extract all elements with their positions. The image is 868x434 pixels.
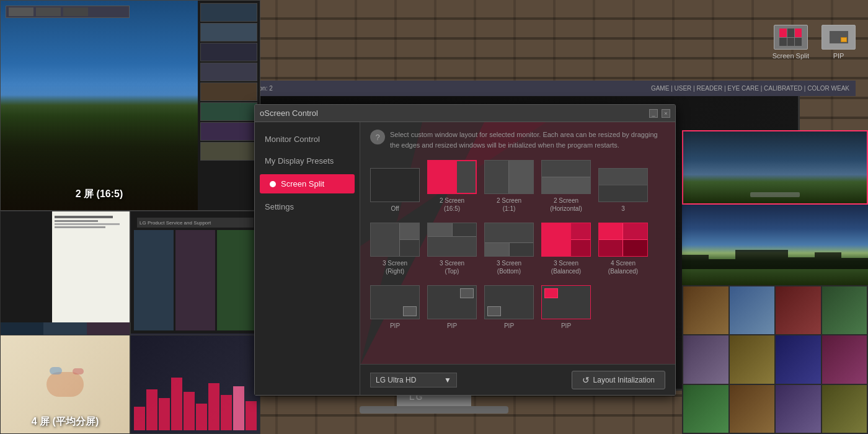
preset-grid: Off 2 Screen(16:5) — [370, 160, 665, 330]
preset-label-pip-4: PIP — [561, 322, 571, 330]
bottom-right — [130, 335, 260, 434]
preset-thumb-2screen-horizontal[interactable] — [541, 160, 591, 194]
preset-label-3screen-top: 3 Screen(Top) — [440, 259, 464, 275]
dialog-main-content: ? Select custom window layout for select… — [360, 122, 675, 395]
screen-split-label: Screen Split — [773, 52, 809, 60]
preset-pip-1[interactable]: PIP — [370, 285, 420, 330]
photo-thumb — [776, 335, 821, 383]
preset-2screen-1-1[interactable]: 2 Screen(1:1) — [484, 160, 534, 213]
preset-label-3screen-bottom: 3 Screen(Bottom) — [497, 259, 521, 275]
preset-3screen-right[interactable]: 3 Screen(Right) — [370, 223, 420, 275]
preset-label-2screen-horizontal: 2 Screen(Horizontal) — [550, 197, 582, 213]
photo-thumb — [776, 286, 821, 334]
preset-thumb-2screen-16-5[interactable] — [427, 160, 477, 194]
screen-split-widget[interactable]: Screen Split — [773, 25, 809, 60]
monitor-stand-base — [360, 406, 508, 414]
right-photos-grid — [682, 285, 868, 434]
photo-thumb — [822, 335, 867, 383]
sidebar-settings[interactable]: Settings — [255, 196, 360, 218]
photo-thumb — [822, 286, 867, 334]
preset-label-next: 3 — [621, 205, 625, 213]
preset-4screen-balanced[interactable]: 4 Screen(Balanced) — [598, 223, 648, 275]
info-header: ? Select custom window layout for select… — [370, 130, 665, 150]
preset-thumb-4screen-balanced[interactable] — [598, 223, 648, 257]
preset-thumb-pip-4[interactable] — [541, 285, 591, 319]
minimize-button[interactable]: _ — [649, 109, 658, 118]
screenshot-label-bot: 4 屏 (平均分屏) — [1, 415, 130, 428]
dialog-window: oScreen Control _ × Monitor Control My D… — [254, 104, 676, 396]
preset-3screen-balanced[interactable]: 3 Screen(Balanced) — [541, 223, 591, 275]
photo-thumb — [776, 385, 821, 433]
pip-widget[interactable]: PIP — [822, 25, 856, 60]
pip-icon-box[interactable] — [822, 25, 856, 50]
screenshot-top-bridge: 2 屏 (16:5) — [0, 0, 260, 211]
top-icons-area: Screen Split PIP — [773, 25, 856, 60]
monitor-dropdown[interactable]: LG Ultra HD ▼ — [370, 373, 457, 388]
screenshot-label-top: 2 屏 (16:5) — [1, 188, 198, 201]
preset-row-1: Off 2 Screen(16:5) — [370, 160, 665, 213]
preset-thumb-3screen-balanced[interactable] — [541, 223, 591, 257]
right-city-image — [682, 205, 868, 285]
preset-label-2screen-1-1: 2 Screen(1:1) — [497, 197, 521, 213]
preset-label-off: Off — [391, 205, 399, 213]
preset-pip-2[interactable]: PIP — [427, 285, 477, 330]
sidebar-my-display-presets[interactable]: My Display Presets — [255, 150, 360, 172]
preset-thumb-next[interactable] — [598, 168, 648, 202]
right-car-image — [682, 130, 868, 205]
preset-thumb-pip-3[interactable] — [484, 285, 534, 319]
dialog-sidebar: Monitor Control My Display Presets Scree… — [255, 122, 360, 395]
pip-label: PIP — [833, 52, 844, 60]
info-text: Select custom window layout for selected… — [390, 130, 665, 150]
refresh-icon: ↺ — [582, 375, 590, 385]
preset-3screen-top[interactable]: 3 Screen(Top) — [427, 223, 477, 275]
preset-label-2screen-16-5: 2 Screen(16:5) — [440, 197, 464, 213]
preset-off[interactable]: Off — [370, 168, 420, 213]
photo-thumb — [730, 335, 775, 383]
info-icon: ? — [370, 130, 385, 144]
preset-thumb-off[interactable] — [370, 168, 420, 202]
sidebar-monitor-control[interactable]: Monitor Control — [255, 128, 360, 150]
preset-thumb-3screen-right[interactable] — [370, 223, 420, 257]
preset-thumb-3screen-bottom[interactable] — [484, 223, 534, 257]
dialog-footer: LG Ultra HD ▼ ↺ Layout Initalization — [360, 364, 675, 395]
preset-thumb-pip-1[interactable] — [370, 285, 420, 319]
photo-thumb — [683, 385, 728, 433]
bottom-left: 4 屏 (平均分屏) — [0, 335, 130, 434]
bottom-screenshots: 4 屏 (平均分屏) — [0, 335, 260, 434]
screen-split-icon-box[interactable] — [774, 25, 808, 50]
preset-3screen-bottom[interactable]: 3 Screen(Bottom) — [484, 223, 534, 275]
preset-2screen-horizontal[interactable]: 2 Screen(Horizontal) — [541, 160, 591, 213]
preset-pip-3[interactable]: PIP — [484, 285, 534, 330]
dialog-title: oScreen Control — [260, 108, 318, 118]
preset-row-2: 3 Screen(Right) 3 Screen(Top) — [370, 223, 665, 275]
preset-label-4screen-balanced: 4 Screen(Balanced) — [608, 259, 638, 275]
dropdown-arrow-icon: ▼ — [444, 376, 451, 384]
close-button[interactable]: × — [662, 109, 670, 118]
preset-label-pip-3: PIP — [504, 322, 514, 330]
preset-label-pip-2: PIP — [447, 322, 457, 330]
dropdown-value: LG Ultra HD — [376, 376, 416, 384]
photo-thumb — [730, 385, 775, 433]
photo-thumb — [730, 286, 775, 334]
preset-row-3: PIP PIP PIP — [370, 285, 665, 330]
preset-thumb-2screen-1-1[interactable] — [484, 160, 534, 194]
preset-label-3screen-balanced: 3 Screen(Balanced) — [551, 259, 581, 275]
screen-split-dot — [270, 181, 276, 187]
dialog-controls[interactable]: _ × — [649, 109, 670, 118]
preset-2screen-16-5[interactable]: 2 Screen(16:5) — [427, 160, 477, 213]
layout-init-button[interactable]: ↺ Layout Initalization — [572, 371, 665, 389]
layout-init-label: Layout Initalization — [593, 376, 655, 384]
preset-pip-4[interactable]: PIP — [541, 285, 591, 330]
sidebar-screen-split[interactable]: Screen Split — [260, 174, 355, 193]
preset-label-pip-1: PIP — [390, 322, 400, 330]
preset-label-3screen-right: 3 Screen(Right) — [383, 259, 407, 275]
preset-thumb-pip-2[interactable] — [427, 285, 477, 319]
dialog-body: Monitor Control My Display Presets Scree… — [255, 122, 675, 395]
preset-thumb-3screen-top[interactable] — [427, 223, 477, 257]
dialog-titlebar: oScreen Control _ × — [255, 105, 675, 122]
right-monitor-area: 画中画(高/左) — [676, 0, 868, 434]
photo-thumb — [683, 335, 728, 383]
photo-thumb — [822, 385, 867, 433]
photo-thumb — [683, 286, 728, 334]
preset-2screen-next[interactable]: 3 — [598, 168, 648, 213]
